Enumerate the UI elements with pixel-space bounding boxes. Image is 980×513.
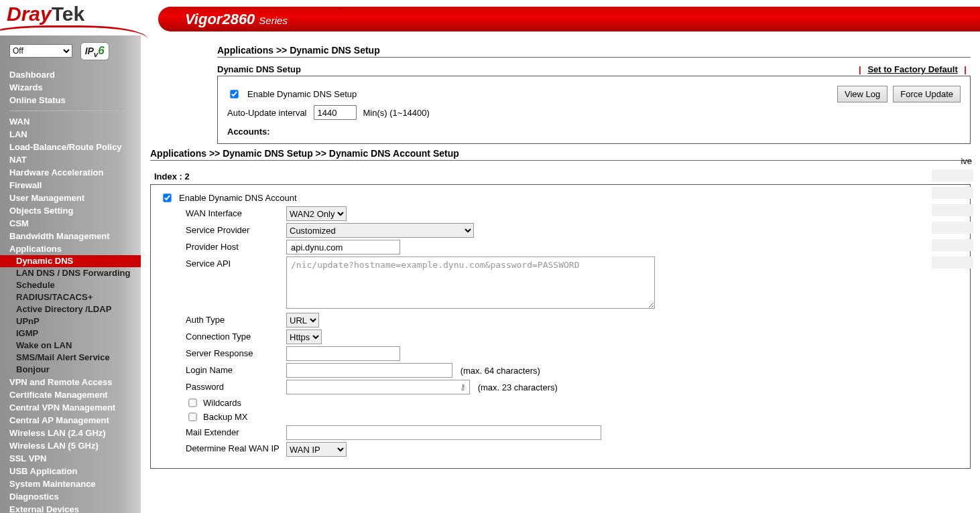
accounts-heading: Accounts:: [227, 127, 961, 137]
view-log-button[interactable]: View Log: [837, 86, 887, 102]
nav-ext-devices[interactable]: External Devices: [0, 503, 141, 513]
nav-sub-ad-ldap[interactable]: Active Directory /LDAP: [0, 303, 141, 315]
breadcrumb-1: Applications >> Dynamic DNS Setup: [217, 45, 971, 56]
nav-wlan-5[interactable]: Wireless LAN (5 GHz): [0, 439, 141, 452]
enable-account-checkbox[interactable]: [163, 194, 171, 202]
nav-hw-accel[interactable]: Hardware Acceleration: [0, 166, 141, 179]
nav-sub-sms-mail[interactable]: SMS/Mail Alert Service: [0, 352, 141, 364]
nav-lan[interactable]: LAN: [0, 128, 141, 141]
backup-mx-label: Backup MX: [203, 412, 247, 422]
nav-wan[interactable]: WAN: [0, 115, 141, 128]
model-banner: Vigor2860Series: [158, 7, 980, 31]
enable-ddns-label: Enable Dynamic DNS Setup: [247, 89, 357, 99]
sidebar: Off IPv6 Dashboard Wizards Online Status…: [0, 35, 141, 513]
label-provider-host: Provider Host: [186, 240, 286, 252]
partial-column-header: ive: [961, 156, 972, 166]
connection-type-select[interactable]: Https: [286, 329, 322, 344]
login-hint: (max. 64 characters): [461, 366, 540, 376]
nav-central-vpn[interactable]: Central VPN Management: [0, 401, 141, 414]
server-response-input[interactable]: [286, 346, 400, 361]
label-auth-type: Auth Type: [186, 313, 286, 325]
password-input[interactable]: [286, 380, 470, 394]
wan-interface-select[interactable]: WAN2 Only: [286, 206, 347, 221]
nav-firewall[interactable]: Firewall: [0, 179, 141, 192]
nav-sys-maint[interactable]: System Maintenance: [0, 478, 141, 490]
wildcards-checkbox[interactable]: [188, 398, 196, 407]
label-wan-if: WAN Interface: [186, 206, 286, 218]
section-title-ddns-setup: Dynamic DNS Setup: [217, 64, 301, 74]
label-conn-type: Connection Type: [186, 329, 286, 342]
mail-extender-input[interactable]: [286, 425, 601, 440]
ddns-setup-panel: Enable Dynamic DNS Setup View Log Force …: [217, 76, 971, 144]
label-determine-wan: Determine Real WAN IP: [186, 442, 286, 453]
provider-host-input[interactable]: [286, 240, 400, 254]
enable-account-label: Enable Dynamic DNS Account: [179, 193, 297, 203]
password-hint: (max. 23 characters): [478, 382, 558, 392]
nav-cert-mgmt[interactable]: Certificate Management: [0, 388, 141, 401]
factory-default-link[interactable]: Set to Factory Default: [867, 64, 957, 74]
nav-wizards[interactable]: Wizards: [0, 81, 141, 94]
force-update-button[interactable]: Force Update: [893, 86, 961, 102]
label-service-api: Service API: [186, 256, 286, 269]
index-label: Index : 2: [154, 171, 971, 181]
nav-nat[interactable]: NAT: [0, 153, 141, 166]
label-server-response: Server Response: [186, 346, 286, 358]
backup-mx-checkbox[interactable]: [188, 413, 196, 421]
logo-swoosh: [0, 20, 168, 33]
auto-update-input[interactable]: [314, 105, 357, 120]
obscured-table-rows: [932, 169, 973, 274]
nav-vpn-remote[interactable]: VPN and Remote Access: [0, 376, 141, 388]
nav-sub-schedule[interactable]: Schedule: [0, 279, 141, 291]
auto-update-suffix: Min(s) (1~14400): [363, 108, 430, 118]
label-login-name: Login Name: [186, 363, 286, 375]
pipe-icon: |: [859, 64, 861, 74]
nav-sub-igmp[interactable]: IGMP: [0, 327, 141, 340]
auth-type-select[interactable]: URL: [286, 313, 319, 327]
auto-update-label: Auto-Update interval: [227, 108, 307, 118]
service-provider-select[interactable]: Customized: [286, 223, 474, 238]
nav-diagnostics[interactable]: Diagnostics: [0, 490, 141, 503]
breadcrumb-2: Applications >> Dynamic DNS Setup >> Dyn…: [150, 148, 971, 159]
nav-online-status[interactable]: Online Status: [0, 94, 141, 106]
nav-central-ap[interactable]: Central AP Management: [0, 414, 141, 427]
nav-sub-upnp[interactable]: UPnP: [0, 315, 141, 327]
label-mail-extender: Mail Extender: [186, 425, 286, 437]
nav-sub-lan-dns[interactable]: LAN DNS / DNS Forwarding: [0, 267, 141, 279]
pipe-icon: |: [964, 64, 967, 74]
nav-load-balance[interactable]: Load-Balance/Route Policy: [0, 141, 141, 153]
nav-csm[interactable]: CSM: [0, 217, 141, 230]
label-service-provider: Service Provider: [186, 223, 286, 235]
determine-wan-select[interactable]: WAN IP: [286, 442, 347, 457]
nav-sub-dynamic-dns[interactable]: Dynamic DNS: [0, 255, 141, 267]
nav-ssl-vpn[interactable]: SSL VPN: [0, 452, 141, 465]
nav-dashboard[interactable]: Dashboard: [0, 68, 141, 81]
wildcards-label: Wildcards: [203, 398, 241, 408]
nav-objects-setting[interactable]: Objects Setting: [0, 204, 141, 217]
nav-usb-app[interactable]: USB Application: [0, 465, 141, 478]
nav-applications[interactable]: Applications: [0, 242, 141, 255]
nav-bandwidth-mgmt[interactable]: Bandwidth Management: [0, 230, 141, 242]
enable-ddns-checkbox[interactable]: [230, 90, 238, 98]
nav-sub-radius[interactable]: RADIUS/TACACS+: [0, 291, 141, 303]
label-password: Password: [186, 380, 286, 392]
nav-wlan-24[interactable]: Wireless LAN (2.4 GHz): [0, 427, 141, 439]
ddns-account-panel: Enable Dynamic DNS Account WAN Interface…: [150, 184, 971, 469]
service-api-textarea[interactable]: /nic/update?hostname=example.dynu.com&pa…: [286, 256, 655, 309]
nav-sub-bonjour[interactable]: Bonjour: [0, 364, 141, 376]
login-name-input[interactable]: [286, 363, 452, 378]
nav-sub-wol[interactable]: Wake on LAN: [0, 340, 141, 352]
nav-user-mgmt[interactable]: User Management: [0, 192, 141, 204]
